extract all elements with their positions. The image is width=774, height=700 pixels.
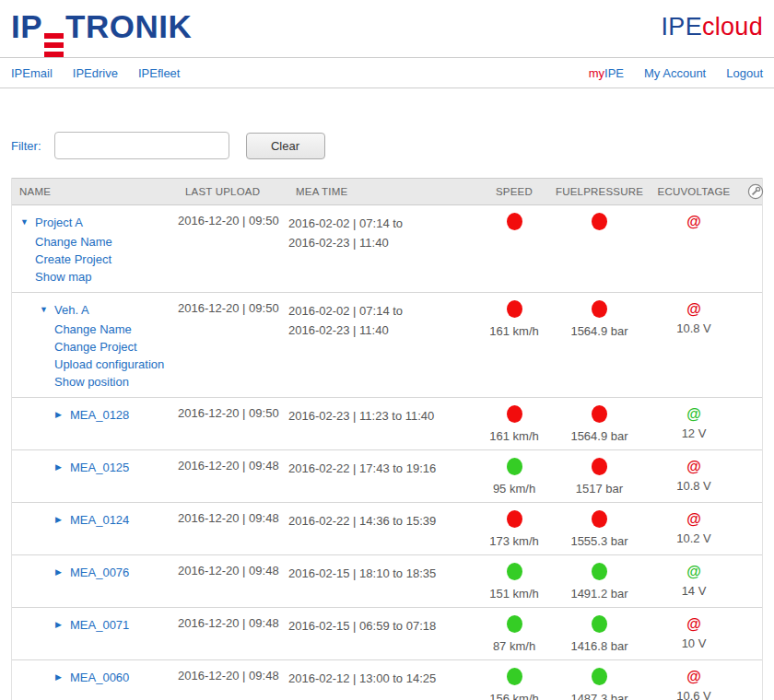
action-link[interactable]: Change Name [54,321,178,338]
filter-label: Filter: [11,139,41,153]
fuelpressure-status-icon [592,405,607,423]
table-row: ▶ MEA_0124 2016-12-20 | 09:48 2016-02-22… [12,503,762,555]
table-row: ▶ MEA_0060 2016-12-20 | 09:48 2016-02-12… [12,660,762,700]
fuelpressure-cell: 1564.9 bar [551,405,648,443]
speed-cell: 161 km/h [477,405,551,443]
column-header-last-upload: LAST UPLOAD [178,186,288,197]
myipe-red-part: my [589,66,604,80]
ecuvoltage-cell: @ 12 V [648,405,740,440]
last-upload-cell: 2016-12-20 | 09:48 [178,615,288,630]
mea-time-cell: 2016-02-15 | 18:10 to 18:35 [288,563,477,583]
ecuvoltage-at-icon: @ [686,213,701,230]
ipetronik-logo: IPTRONIK [11,7,192,57]
mea-time-cell: 2016-02-23 | 11:23 to 11:40 [288,405,477,426]
fuelpressure-status-icon [592,458,607,475]
fuelpressure-status-icon [592,213,607,230]
action-link[interactable]: Show position [54,373,178,391]
last-upload-cell: 2016-12-20 | 09:48 [178,563,288,578]
action-link[interactable]: Show map [35,268,178,286]
nav-ipefleet-link[interactable]: IPEfleet [138,66,181,80]
ecuvoltage-value: 10.6 V [648,689,740,700]
expander-icon[interactable]: ▶ [55,672,70,682]
speed-status-icon [507,510,522,528]
table-row: ▶ MEA_0125 2016-12-20 | 09:48 2016-02-22… [12,450,762,503]
row-name-link[interactable]: Project A [35,216,83,229]
nav-ipemail-link[interactable]: IPEmail [11,66,53,80]
speed-cell: 173 km/h [477,510,551,548]
nav-my-account-link[interactable]: My Account [644,66,706,80]
fuelpressure-cell [551,213,648,251]
speed-status-icon [507,668,522,685]
fuelpressure-value: 1555.3 bar [551,534,648,548]
row-name-link[interactable]: MEA_0076 [70,566,129,579]
expander-icon[interactable]: ▶ [55,620,70,629]
fuelpressure-cell: 1555.3 bar [551,510,648,548]
name-cell: ▶ MEA_0125 [12,458,178,478]
action-link[interactable]: Change Name [35,233,178,251]
mea-time-cell: 2016-02-22 | 17:43 to 19:16 [288,458,477,478]
speed-status-icon [507,563,522,580]
expander-icon[interactable]: ▼ [20,217,35,227]
table-row: ▶ MEA_0071 2016-12-20 | 09:48 2016-02-15… [12,608,762,660]
column-header-fuelpressure: FUELPRESSURE [551,186,648,197]
ecuvoltage-value: 12 V [648,426,740,440]
ipecloud-logo: IPEcloud [662,13,763,41]
row-name-link[interactable]: MEA_0071 [70,618,129,632]
expander-icon[interactable]: ▶ [55,515,70,524]
name-cell: ▶ MEA_0060 [12,668,178,688]
row-name-link[interactable]: MEA_0060 [70,671,129,684]
expander-icon[interactable]: ▶ [55,410,70,419]
fuelpressure-status-icon [592,510,607,528]
fuelpressure-value: 1564.9 bar [551,429,648,443]
row-name-link[interactable]: Veh. A [54,303,89,317]
ecuvoltage-value: 10.8 V [648,479,740,493]
filter-input[interactable] [54,132,229,159]
name-cell: ▼ Veh. A Change NameChange ProjectUpload… [12,300,178,391]
row-name-link[interactable]: MEA_0124 [70,513,129,527]
ipecloud-page: IPTRONIK IPEcloud IPEmail IPEdrive IPEfl… [0,0,774,700]
speed-value: 161 km/h [477,324,551,338]
column-header-name: NAME [12,186,178,197]
expander-icon[interactable]: ▶ [55,567,70,577]
nav-ipedrive-link[interactable]: IPEdrive [73,66,118,80]
table-row: ▼ Veh. A Change NameChange ProjectUpload… [12,293,762,398]
clear-button[interactable]: Clear [246,133,325,159]
row-name-link[interactable]: MEA_0128 [70,408,129,422]
mea-time-cell: 2016-02-22 | 14:36 to 15:39 [288,510,477,531]
column-header-ecuvoltage: ECUVOLTAGE [648,186,740,197]
speed-cell: 87 km/h [477,615,551,653]
product-red-text: cloud [702,13,763,41]
myipe-blue-part: IPE [604,66,624,80]
ecuvoltage-cell: @ 10 V [648,615,740,650]
ecuvoltage-at-icon: @ [686,405,701,423]
expander-icon[interactable]: ▼ [40,305,54,314]
last-upload-cell: 2016-12-20 | 09:48 [178,510,288,525]
row-actions: Change NameCreate ProjectShow map [35,233,178,286]
logo-text-suffix: TRONIK [65,8,192,44]
column-header-speed: SPEED [477,186,551,197]
speed-cell: 151 km/h [477,563,551,601]
fuelpressure-value: 1416.8 bar [551,639,648,653]
expander-icon[interactable]: ▶ [55,462,70,472]
ecuvoltage-cell: @ 10.8 V [648,300,740,335]
table-row: ▼ Project A Change NameCreate ProjectSho… [12,205,762,293]
action-link[interactable]: Create Project [35,251,178,268]
row-name-link[interactable]: MEA_0125 [70,461,129,474]
nav-logout-link[interactable]: Logout [726,66,763,80]
mea-time-cell: 2016-02-12 | 13:00 to 14:25 [288,668,477,688]
last-upload-cell: 2016-12-20 | 09:50 [178,300,288,315]
ecuvoltage-at-icon: @ [686,458,701,475]
ecuvoltage-at-icon: @ [686,300,701,318]
last-upload-cell: 2016-12-20 | 09:48 [178,458,288,472]
speed-value: 156 km/h [477,692,551,700]
nav-myipe-link[interactable]: myIPE [589,66,624,80]
fuelpressure-value [551,237,648,251]
speed-value: 87 km/h [477,639,551,653]
action-link[interactable]: Change Project [54,338,178,356]
action-link[interactable]: Upload configuration [54,356,178,373]
table-header-row: NAME LAST UPLOAD MEA TIME SPEED FUELPRES… [12,178,762,205]
wrench-icon[interactable] [747,183,764,200]
speed-value: 173 km/h [477,534,551,548]
mea-time-cell: 2016-02-02 | 07:14 to2016-02-23 | 11:40 [288,213,477,252]
ecuvoltage-cell: @ 10.2 V [648,510,740,545]
